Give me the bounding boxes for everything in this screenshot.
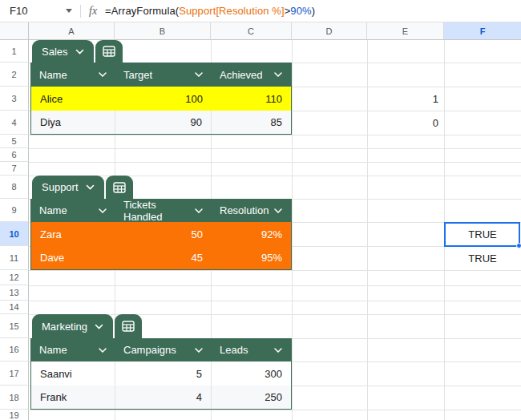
row-header-18[interactable]: 18 (0, 386, 29, 410)
formula-bar-divider (80, 5, 81, 18)
marketing-column-header-campaigns[interactable]: Campaigns (115, 338, 212, 361)
sales-row-diya: Diya 90 85 (31, 111, 291, 134)
cell-e3[interactable]: 1 (367, 87, 444, 111)
chevron-down-icon[interactable] (99, 72, 107, 77)
cell-c3[interactable]: 110 (212, 87, 291, 111)
support-table-title: Support (42, 181, 79, 193)
cell-e4[interactable]: 0 (367, 111, 444, 135)
row-header-13[interactable]: 13 (0, 285, 29, 301)
row-header-4[interactable]: 4 (0, 111, 29, 135)
chevron-down-icon[interactable] (195, 208, 203, 213)
support-table-menu-button[interactable] (106, 176, 133, 199)
row-header-3[interactable]: 3 (0, 87, 29, 111)
cell-b10[interactable]: 50 (115, 222, 212, 246)
column-header-a[interactable]: A (29, 22, 115, 40)
select-all-corner[interactable] (0, 22, 29, 40)
sales-table-menu-button[interactable] (95, 40, 123, 63)
row-header-2[interactable]: 2 (0, 63, 29, 87)
support-table-name-button[interactable]: Support (32, 176, 104, 199)
row-header-11[interactable]: 11 (0, 246, 29, 270)
marketing-table-menu-button[interactable] (115, 314, 142, 338)
row-header-5[interactable]: 5 (0, 135, 29, 148)
chevron-down-icon[interactable] (195, 72, 203, 77)
formula-bar: F10 fx =ArrayFormula(Support[Resolution … (0, 0, 521, 22)
cell-f10-active[interactable]: TRUE (444, 222, 521, 246)
marketing-row-frank: Frank 4 250 (31, 386, 291, 409)
chevron-down-icon (95, 324, 103, 329)
chevron-down-icon[interactable] (99, 208, 107, 213)
column-header-b[interactable]: B (115, 22, 211, 40)
column-header-c[interactable]: C (211, 22, 292, 40)
row-header-6[interactable]: 6 (0, 148, 29, 162)
column-header-d[interactable]: D (292, 22, 367, 40)
cell-c11[interactable]: 95% (212, 246, 291, 269)
chevron-down-icon (86, 184, 95, 190)
row-header-14[interactable]: 14 (0, 301, 29, 314)
sales-header-row: Name Target Achieved (31, 63, 291, 87)
marketing-row-saanvi: Saanvi 5 300 (31, 361, 291, 386)
marketing-column-header-leads[interactable]: Leads (212, 338, 291, 361)
row-header-10-selected[interactable]: 10 (0, 222, 29, 246)
cell-f11[interactable]: TRUE (444, 246, 521, 270)
sales-table-name-button[interactable]: Sales (32, 40, 94, 63)
sales-table: Name Target Achieved Alice 100 110 Diya … (30, 63, 292, 135)
cell-c10[interactable]: 92% (212, 222, 291, 246)
sales-column-header-target[interactable]: Target (115, 63, 212, 87)
marketing-table-name-button[interactable]: Marketing (32, 314, 113, 338)
row-header-1[interactable]: 1 (0, 40, 29, 63)
chevron-down-icon[interactable] (99, 348, 107, 353)
namebox-dropdown-icon[interactable] (66, 9, 72, 13)
marketing-table-tab[interactable]: Marketing (32, 314, 142, 338)
support-column-header-tickets[interactable]: Tickets Handled (115, 199, 212, 222)
cell-a4[interactable]: Diya (31, 111, 115, 134)
cell-b4[interactable]: 90 (115, 111, 212, 134)
cell-c17[interactable]: 300 (212, 361, 291, 386)
cell-b17[interactable]: 5 (115, 361, 212, 386)
chevron-down-icon[interactable] (274, 348, 282, 353)
formula-input[interactable]: =ArrayFormula(Support[Resolution %]>90%) (105, 5, 315, 17)
cell-a3[interactable]: Alice (31, 87, 115, 111)
column-label: Target (123, 69, 152, 81)
sales-table-tab[interactable]: Sales (32, 40, 123, 63)
row-header-17[interactable]: 17 (0, 361, 29, 386)
column-header-f-selected[interactable]: F (444, 22, 521, 40)
cell-a11[interactable]: Dave (31, 246, 115, 269)
marketing-column-header-name[interactable]: Name (31, 338, 115, 361)
support-column-header-resolution[interactable]: Resolution (212, 199, 291, 222)
column-label: Tickets Handled (123, 199, 195, 223)
cell-a18[interactable]: Frank (31, 386, 115, 409)
table-grid-icon (122, 321, 135, 332)
row-header-9[interactable]: 9 (0, 199, 29, 222)
row-header-16[interactable]: 16 (0, 338, 29, 361)
cell-b11[interactable]: 45 (115, 246, 212, 269)
formula-suffix: ) (312, 5, 315, 17)
cell-b3[interactable]: 100 (115, 87, 212, 111)
cell-a17[interactable]: Saanvi (31, 361, 115, 386)
column-label: Resolution (220, 204, 269, 216)
support-table-tab[interactable]: Support (32, 176, 133, 199)
row-header-7[interactable]: 7 (0, 162, 29, 176)
chevron-down-icon[interactable] (274, 208, 282, 213)
row-header-15[interactable]: 15 (0, 314, 29, 338)
formula-value: 90% (290, 5, 311, 17)
row-header-12[interactable]: 12 (0, 270, 29, 285)
column-header-e[interactable]: E (367, 22, 444, 40)
name-box[interactable]: F10 (0, 0, 80, 22)
cell-b18[interactable]: 4 (115, 386, 212, 409)
fx-icon: fx (89, 5, 97, 18)
sales-column-header-name[interactable]: Name (31, 63, 115, 87)
support-header-row: Name Tickets Handled Resolution (31, 199, 291, 222)
cell-c4[interactable]: 85 (212, 111, 291, 134)
table-grid-icon (113, 182, 126, 193)
row-header-8[interactable]: 8 (0, 176, 29, 199)
support-column-header-name[interactable]: Name (31, 199, 115, 222)
marketing-table-title: Marketing (42, 321, 87, 333)
chevron-down-icon[interactable] (195, 348, 203, 353)
cell-c18[interactable]: 250 (212, 386, 291, 409)
spreadsheet-app: F10 fx =ArrayFormula(Support[Resolution … (0, 0, 521, 420)
column-label: Name (39, 344, 67, 356)
cell-a10[interactable]: Zara (31, 222, 115, 246)
sales-column-header-achieved[interactable]: Achieved (212, 63, 291, 87)
chevron-down-icon[interactable] (274, 72, 282, 77)
row-header-19[interactable]: 19 (0, 410, 29, 420)
